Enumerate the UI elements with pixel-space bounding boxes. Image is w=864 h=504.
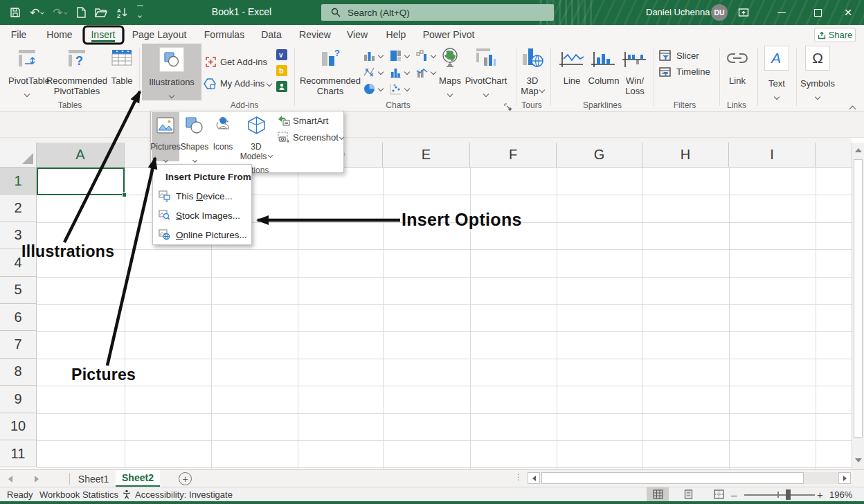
- screenshot-button[interactable]: Screenshot: [276, 130, 343, 145]
- tab-review[interactable]: Review: [296, 25, 334, 44]
- user-name[interactable]: Daniel Uchenna: [646, 7, 710, 17]
- column-header-partial[interactable]: [816, 143, 852, 168]
- avatar[interactable]: DU: [711, 4, 728, 21]
- pivotchart-button[interactable]: PivotChart: [464, 45, 508, 99]
- menu-item-stock-images[interactable]: Stock Images...: [153, 206, 251, 224]
- row-header-11[interactable]: 11: [0, 440, 37, 467]
- row-header-1[interactable]: 1: [0, 168, 37, 195]
- undo-icon[interactable]: ↶: [30, 6, 44, 20]
- row-header-5[interactable]: 5: [0, 277, 37, 304]
- my-add-ins-button[interactable]: My Add-ins: [204, 76, 280, 91]
- tab-data[interactable]: Data: [256, 25, 287, 44]
- accessibility-status[interactable]: Accessibility: Investigate: [122, 487, 233, 501]
- tab-scrollbar-splitter[interactable]: ⋮: [514, 472, 523, 482]
- tab-file[interactable]: File: [8, 25, 29, 44]
- column-header-F[interactable]: F: [470, 143, 557, 168]
- recommended-charts-button[interactable]: ? Recommended Charts: [302, 45, 359, 99]
- icons-button[interactable]: Icons: [209, 112, 237, 161]
- histogram-chart-icon[interactable]: [390, 66, 402, 81]
- menu-item-this-device[interactable]: This Device...: [153, 187, 251, 205]
- tab-home[interactable]: Home: [43, 25, 76, 44]
- zoom-slider-track[interactable]: [744, 494, 815, 496]
- column-header-H[interactable]: H: [642, 143, 729, 168]
- sheet-tab-sheet2[interactable]: Sheet2: [116, 470, 160, 487]
- visio-addin-icon[interactable]: v: [276, 49, 287, 63]
- open-folder-icon[interactable]: [95, 8, 107, 18]
- new-sheet-button[interactable]: +: [179, 472, 192, 485]
- smartart-button[interactable]: SmartArt: [276, 114, 343, 129]
- 3d-models-button[interactable]: 3D Models: [238, 112, 274, 161]
- selected-cell-a1[interactable]: [37, 168, 125, 195]
- close-button[interactable]: ×: [836, 3, 860, 22]
- pictures-button[interactable]: Pictures: [152, 112, 179, 161]
- scatter-chart-icon[interactable]: [390, 83, 402, 98]
- sheet-tab-sheet1[interactable]: Sheet1: [71, 470, 116, 487]
- scroll-down-button[interactable]: [852, 453, 864, 468]
- save-icon[interactable]: [10, 7, 21, 18]
- menu-item-online-pictures[interactable]: Online Pictures...: [153, 226, 251, 244]
- slicer-button[interactable]: Slicer: [659, 49, 714, 64]
- maps-button[interactable]: Maps: [438, 45, 462, 99]
- tab-page-layout[interactable]: Page Layout: [132, 25, 187, 44]
- 3d-map-button[interactable]: 3D Map: [519, 45, 546, 99]
- table-button[interactable]: Table: [107, 45, 136, 99]
- column-header-E[interactable]: E: [383, 143, 470, 168]
- pivottable-button[interactable]: PivotTable: [8, 45, 46, 99]
- ribbon-display-options-icon[interactable]: [738, 7, 749, 21]
- zoom-in-button[interactable]: +: [817, 489, 823, 501]
- tab-insert[interactable]: Insert: [87, 25, 119, 44]
- fill-handle[interactable]: [122, 192, 127, 197]
- row-header-7[interactable]: 7: [0, 331, 37, 358]
- shapes-button[interactable]: Shapes: [180, 112, 209, 161]
- row-header-10[interactable]: 10: [0, 413, 37, 440]
- sort-az-icon[interactable]: AZ: [116, 7, 128, 19]
- column-header-I[interactable]: I: [729, 143, 816, 168]
- column-chart-icon[interactable]: [363, 50, 375, 64]
- search-input[interactable]: Search (Alt+Q): [321, 4, 554, 21]
- sparkline-column-button[interactable]: Column: [588, 45, 620, 99]
- page-break-preview-button[interactable]: [708, 487, 730, 501]
- bing-addin-icon[interactable]: b: [276, 65, 287, 79]
- share-button[interactable]: Share: [814, 28, 856, 42]
- page-layout-view-button[interactable]: [677, 487, 699, 501]
- scatter-line-chart-icon[interactable]: [363, 66, 375, 81]
- sparkline-line-button[interactable]: Line: [557, 45, 587, 99]
- zoom-out-button[interactable]: –: [731, 489, 737, 501]
- illustrations-button[interactable]: Illustrations: [142, 44, 201, 100]
- hierarchy-chart-icon[interactable]: [390, 50, 402, 64]
- workbook-statistics-button[interactable]: Workbook Statistics: [39, 487, 118, 501]
- zoom-level[interactable]: 196%: [829, 487, 852, 501]
- row-header-6[interactable]: 6: [0, 304, 37, 331]
- column-header-A[interactable]: A: [37, 143, 125, 168]
- customize-qat-icon[interactable]: [137, 6, 143, 20]
- horizontal-scroll-thumb[interactable]: [541, 472, 804, 484]
- vertical-scroll-thumb[interactable]: [854, 159, 863, 438]
- tab-view[interactable]: View: [343, 25, 371, 44]
- timeline-button[interactable]: Timeline: [659, 65, 719, 80]
- tab-power-pivot[interactable]: Power Pivot: [420, 25, 478, 44]
- get-add-ins-button[interactable]: Get Add-ins: [204, 55, 273, 70]
- select-all-button[interactable]: [0, 143, 37, 168]
- zoom-slider-thumb[interactable]: [786, 489, 791, 500]
- normal-view-button[interactable]: [647, 487, 669, 501]
- row-header-2[interactable]: 2: [0, 195, 37, 222]
- hscroll-right-button[interactable]: [838, 472, 851, 484]
- pie-chart-icon[interactable]: [363, 83, 375, 98]
- maximize-button[interactable]: [806, 3, 829, 22]
- sheet-nav-next-icon[interactable]: [35, 476, 39, 483]
- symbols-button[interactable]: Ω Symbols: [800, 44, 835, 100]
- link-button[interactable]: Link: [724, 45, 750, 99]
- scroll-up-button[interactable]: [852, 143, 864, 158]
- waterfall-chart-icon[interactable]: [416, 50, 428, 64]
- horizontal-scrollbar[interactable]: [541, 472, 838, 484]
- tab-help[interactable]: Help: [382, 25, 410, 44]
- column-header-G[interactable]: G: [557, 143, 642, 168]
- hscroll-left-button[interactable]: [528, 472, 540, 484]
- people-graph-addin-icon[interactable]: [276, 81, 287, 95]
- minimize-button[interactable]: [770, 3, 793, 22]
- row-header-8[interactable]: 8: [0, 359, 37, 386]
- combo-chart-icon[interactable]: [416, 66, 428, 81]
- row-header-9[interactable]: 9: [0, 386, 37, 413]
- recommended-pivottables-button[interactable]: ? Recommended PivotTables: [48, 45, 105, 99]
- tab-formulas[interactable]: Formulas: [202, 25, 246, 44]
